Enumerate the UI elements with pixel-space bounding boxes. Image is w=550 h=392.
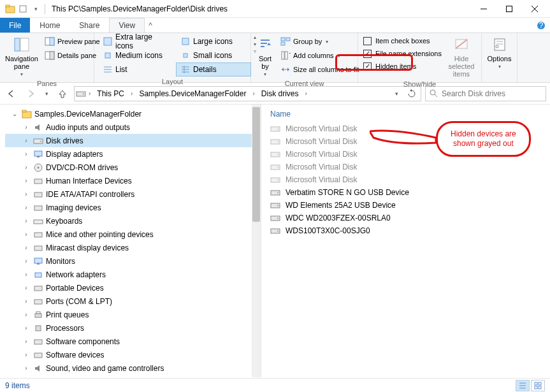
layout-option-extra-large-icons[interactable]: Extra large icons xyxy=(98,34,173,48)
expand-icon[interactable]: › xyxy=(22,284,31,291)
forward-button[interactable] xyxy=(23,86,38,101)
details-pane-button[interactable]: Details pane xyxy=(42,48,103,62)
tree-item[interactable]: ›Miracast display devices xyxy=(5,241,261,254)
expand-icon[interactable]: › xyxy=(22,324,31,331)
tab-home[interactable]: Home xyxy=(30,18,69,33)
chevron-right-icon[interactable]: › xyxy=(302,90,309,97)
tree-item[interactable]: ›Sound, video and game controllers xyxy=(5,361,261,375)
maximize-button[interactable] xyxy=(496,0,522,18)
group-by-button[interactable]: Group by▾ xyxy=(278,34,361,48)
breadcrumb-seg[interactable]: Disk drives xyxy=(257,87,303,101)
list-item-label: WDS100T3X0C-00SJG0 xyxy=(286,226,370,235)
tree-item-label: Monitors xyxy=(46,257,75,266)
expand-icon[interactable]: › xyxy=(22,258,31,265)
size-all-columns-button[interactable]: Size all columns to fit xyxy=(278,62,361,76)
tree-item[interactable]: ›Keyboards xyxy=(5,214,261,228)
options-button[interactable]: Options ▾ xyxy=(486,34,513,71)
tree-item[interactable]: ›IDE ATA/ATAPI controllers xyxy=(5,187,261,201)
tree-item[interactable]: ›Disk drives xyxy=(5,134,261,147)
tree-root[interactable]: ⌄ Samples.DeviceManagerFolder xyxy=(5,107,261,120)
properties-icon[interactable] xyxy=(18,4,28,14)
expand-icon[interactable]: › xyxy=(22,271,31,278)
list-item[interactable]: Microsoft Virtual Disk xyxy=(268,161,550,173)
preview-pane-button[interactable]: Preview pane xyxy=(42,34,103,48)
tree-item[interactable]: ›DVD/CD-ROM drives xyxy=(5,161,261,174)
tree-item[interactable]: ›Portable Devices xyxy=(5,281,261,294)
address-dropdown-icon[interactable]: ▾ xyxy=(389,91,404,97)
tree-item[interactable]: ›Imaging devices xyxy=(5,201,261,214)
large-icons-view-button[interactable] xyxy=(531,380,545,391)
help-icon[interactable]: ? xyxy=(532,18,550,33)
chevron-right-icon[interactable]: › xyxy=(128,90,135,97)
list-item[interactable]: WD Elements 25A2 USB Device xyxy=(268,199,550,212)
column-header-name[interactable]: Name xyxy=(268,108,550,122)
back-button[interactable] xyxy=(4,86,19,101)
collapse-icon[interactable]: ⌄ xyxy=(10,110,19,117)
tree-item[interactable]: ›Software devices xyxy=(5,348,261,361)
expand-icon[interactable]: › xyxy=(22,124,31,131)
up-button[interactable] xyxy=(55,86,70,101)
tree-item[interactable]: ›Ports (COM & LPT) xyxy=(5,294,261,308)
tab-view[interactable]: View xyxy=(109,18,145,33)
layout-option-large-icons[interactable]: Large icons xyxy=(176,34,251,48)
tree-item[interactable]: ›Processors xyxy=(5,321,261,335)
list-item[interactable]: Verbatim STORE N GO USB Device xyxy=(268,186,550,199)
layout-option-medium-icons[interactable]: Medium icons xyxy=(98,48,173,62)
list-item[interactable]: WDC WD2003FZEX-00SRLA0 xyxy=(268,212,550,224)
svg-rect-4 xyxy=(507,6,512,11)
tree-item[interactable]: ›Network adapters xyxy=(5,268,261,281)
hidden-items-toggle[interactable]: ✓Hidden items xyxy=(362,60,443,73)
expand-icon[interactable]: › xyxy=(22,351,31,358)
expand-icon[interactable]: › xyxy=(22,217,31,224)
navigation-tree[interactable]: ⌄ Samples.DeviceManagerFolder ›Audio inp… xyxy=(0,105,261,377)
tree-item[interactable]: ›Mice and other pointing devices xyxy=(5,228,261,241)
breadcrumb-seg[interactable]: Samples.DeviceManagerFolder xyxy=(135,87,250,101)
layout-option-small-icons[interactable]: Small icons xyxy=(176,48,251,62)
chevron-right-icon[interactable]: › xyxy=(86,90,93,97)
expand-icon[interactable]: › xyxy=(22,311,31,318)
tree-item[interactable]: ›Audio inputs and outputs xyxy=(5,120,261,134)
expand-icon[interactable]: › xyxy=(22,191,31,198)
layout-icon xyxy=(103,50,113,61)
details-view-button[interactable] xyxy=(516,380,530,391)
minimize-button[interactable] xyxy=(471,0,496,18)
list-item[interactable]: Microsoft Virtual Disk xyxy=(268,173,550,186)
recent-locations-button[interactable]: ▾ xyxy=(42,86,51,101)
tree-item[interactable]: ›Storage controllers xyxy=(5,375,261,377)
ribbon-collapse-icon[interactable]: ^ xyxy=(145,18,156,33)
expand-icon[interactable]: › xyxy=(22,365,31,372)
sort-by-button[interactable]: Sort by ▾ xyxy=(255,34,275,78)
refresh-button[interactable] xyxy=(404,89,419,98)
tree-item[interactable]: ›Monitors xyxy=(5,254,261,268)
expand-icon[interactable]: › xyxy=(22,231,31,238)
tree-item[interactable]: ›Software components xyxy=(5,335,261,348)
expand-icon[interactable]: › xyxy=(22,204,31,211)
layout-option-list[interactable]: List xyxy=(98,62,173,76)
expand-icon[interactable]: › xyxy=(22,177,31,184)
breadcrumb-seg[interactable]: This PC xyxy=(93,87,128,101)
tree-item[interactable]: ›Display adapters xyxy=(5,147,261,161)
close-button[interactable] xyxy=(522,0,547,18)
chevron-right-icon[interactable]: › xyxy=(250,90,257,97)
tree-item[interactable]: ›Print queues xyxy=(5,308,261,321)
expand-icon[interactable]: › xyxy=(22,150,31,157)
tree-item[interactable]: ›Human Interface Devices xyxy=(5,174,261,187)
expand-icon[interactable]: › xyxy=(22,137,31,144)
expand-icon[interactable]: › xyxy=(22,244,31,251)
hide-selected-items-button[interactable]: Hide selected items xyxy=(445,34,477,79)
expand-icon[interactable]: › xyxy=(22,338,31,345)
item-check-boxes-toggle[interactable]: Item check boxes xyxy=(362,34,443,47)
list-item[interactable]: WDS100T3X0C-00SJG0 xyxy=(268,224,550,237)
expand-icon[interactable]: › xyxy=(22,298,31,305)
file-name-extensions-toggle[interactable]: ✓File name extensions xyxy=(362,47,443,60)
navigation-pane-button[interactable]: Navigation pane ▾ xyxy=(4,34,40,78)
add-columns-button[interactable]: +Add columns▾ xyxy=(278,48,361,62)
titlebar: ▾ This PC\Samples.DeviceManagerFolder\Di… xyxy=(0,0,550,18)
scrollbar[interactable] xyxy=(252,105,261,377)
layout-option-details[interactable]: Details xyxy=(176,62,251,76)
scrollbar-thumb[interactable] xyxy=(252,107,260,222)
expand-icon[interactable]: › xyxy=(22,164,31,171)
tab-file[interactable]: File xyxy=(0,18,30,33)
qat-dropdown-icon[interactable]: ▾ xyxy=(31,4,41,14)
tab-share[interactable]: Share xyxy=(69,18,109,33)
